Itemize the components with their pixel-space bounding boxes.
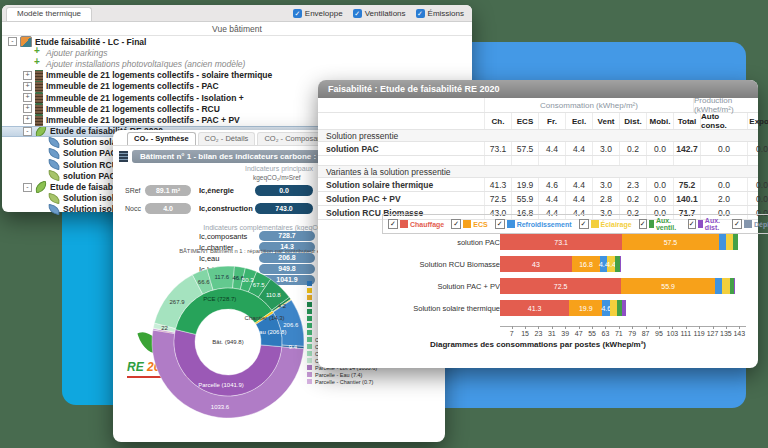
table-row: Solution PAC + PV72.555.94.44.42.80.20.0… — [318, 192, 758, 206]
legend-color-swatch — [698, 220, 703, 228]
checkbox-label: Enveloppe — [305, 9, 343, 18]
x-axis-line — [500, 326, 746, 327]
legend-checkbox[interactable]: ✓ — [688, 219, 696, 229]
building-icon — [35, 70, 43, 81]
tree-item-label: Immeuble de 21 logements collectifs - so… — [46, 70, 272, 80]
consommation-group-header: Consommation (kWhep/m²) — [484, 98, 693, 112]
solution-row-label[interactable]: Solution solaire thermique — [318, 178, 484, 191]
column-header: Total — [673, 113, 700, 129]
bar-category-label: Solution PAC + PV — [437, 282, 500, 291]
legend-item-refroidissement[interactable]: ✓Refroidissement — [495, 219, 572, 229]
value-cell: 0.2 — [619, 192, 646, 205]
value-cell: 4.4 — [565, 142, 592, 155]
legend-item-aux-dist-[interactable]: ✓Aux. dist. — [688, 217, 725, 231]
tree-expander[interactable]: + — [23, 104, 32, 113]
column-header: Fr. — [538, 113, 565, 129]
production-group-header: Production (kWhef/m²) — [693, 98, 768, 112]
legend-checkbox[interactable]: ✓ — [732, 219, 742, 229]
checkbox-enveloppe[interactable]: ✓Enveloppe — [293, 9, 343, 18]
tab-co-d-tails[interactable]: CO₂ - Détails — [198, 132, 256, 145]
column-header: Export — [747, 113, 768, 129]
tree-item[interactable]: Ajouter installations photovoltaïques (a… — [2, 58, 472, 69]
tree-item[interactable]: -Etude faisabilité - LC - Final — [2, 36, 472, 47]
nocc-label: Nocc — [125, 205, 141, 212]
column-header: Auto conso. — [700, 113, 747, 129]
legend-color-swatch — [307, 288, 312, 293]
table-row: solution PAC73.157.54.44.43.00.20.0142.7… — [318, 142, 758, 156]
legend-checkbox[interactable]: ✓ — [639, 219, 647, 229]
tree-spacer — [38, 161, 45, 168]
checkbox-ventilations[interactable]: ✓Ventilations — [353, 9, 406, 18]
donut-segment-label: 267.9 — [169, 299, 184, 305]
tree-expander[interactable]: + — [23, 93, 32, 102]
legend-checkbox[interactable]: ✓ — [451, 219, 461, 229]
value-cell: 140.1 — [673, 192, 700, 205]
axis-tick-label: 63 — [602, 330, 610, 337]
donut-segment-label: 50.3 — [242, 277, 254, 283]
column-header: Dist. — [619, 113, 646, 129]
axis-tick-label: 103 — [667, 330, 679, 337]
legend-color-swatch — [307, 358, 312, 363]
table-row — [318, 156, 758, 166]
bar-category-label: Solution solaire thermique — [413, 304, 500, 313]
legend-item-chauffage[interactable]: ✓Chauffage — [388, 219, 444, 229]
legend-item-aux-ventil-[interactable]: ✓Aux. ventil. — [639, 217, 681, 231]
faisabilite-title: Faisabilité : Etude de faisabilité RE 20… — [318, 80, 758, 98]
axis-tick-label: 47 — [575, 330, 583, 337]
tree-expander[interactable]: + — [23, 82, 32, 91]
table-row: Variantes à la solution pressentie — [318, 166, 758, 178]
axis-tick-label: 95 — [655, 330, 663, 337]
building-icon — [35, 92, 43, 103]
tree-item[interactable]: Ajouter parkings — [2, 47, 472, 58]
axis-tick-mark — [525, 326, 526, 329]
row-spacer — [318, 113, 484, 129]
axis-tick-label: 23 — [535, 330, 543, 337]
legend-item--clairage[interactable]: ✓Éclairage — [579, 219, 632, 229]
solution-row-label[interactable]: solution PAC — [318, 142, 484, 155]
solution-row-label[interactable]: Solution PAC + PV — [318, 192, 484, 205]
checkbox-label: Émissions — [428, 9, 464, 18]
legend-label: Dépl. — [754, 221, 768, 228]
column-header: Ch. — [484, 113, 511, 129]
blank-cell — [646, 156, 673, 165]
tree-item-label: Etude faisabilité - LC - Final — [35, 37, 146, 47]
tree-expander[interactable]: + — [23, 115, 32, 124]
row-spacer — [318, 98, 484, 112]
legend-label: Parcelle - Eau (7.4) — [315, 372, 362, 378]
bar-category-label: Solution RCU Biomasse — [420, 260, 500, 269]
legend-color-swatch — [307, 281, 312, 286]
tab-co-synth-se[interactable]: CO₂ - Synthèse — [127, 132, 196, 145]
legend-color-swatch — [649, 220, 654, 228]
building-icon — [119, 151, 128, 162]
bar-value-label: 55.9 — [661, 283, 675, 290]
legend-item-d-pl-[interactable]: ✓Dépl. — [732, 219, 768, 229]
legend-color-swatch — [307, 309, 312, 314]
leafb-icon — [47, 204, 60, 215]
tree-expander[interactable]: - — [23, 183, 32, 192]
tree-expander[interactable]: - — [8, 37, 17, 46]
tree-expander[interactable]: - — [23, 127, 32, 136]
legend-checkbox[interactable]: ✓ — [388, 219, 398, 229]
axis-tick-label: 119 — [694, 330, 705, 337]
bar-value-label: 73.1 — [554, 239, 568, 246]
value-cell: 0.0 — [747, 192, 768, 205]
bar-segment — [726, 234, 733, 250]
tab-modele-thermique[interactable]: Modèle thermique — [6, 7, 92, 21]
value-cell: 0.0 — [646, 142, 673, 155]
legend-color-swatch — [307, 372, 312, 377]
legend-checkbox[interactable]: ✓ — [579, 219, 589, 229]
donut-segment-label: Eau (206.8) — [255, 329, 286, 335]
legend-checkbox[interactable]: ✓ — [495, 219, 505, 229]
bar-segment — [722, 278, 729, 294]
legend-color-swatch — [307, 337, 312, 342]
checkbox-émissions[interactable]: ✓Émissions — [416, 9, 464, 18]
tree-spacer — [38, 206, 45, 213]
tree-item-label: Immeuble de 21 logements collectifs - Is… — [46, 93, 244, 103]
indicator-value: 0.0 — [255, 185, 313, 196]
value-cell: 73.1 — [484, 142, 511, 155]
indicator-value: 743.0 — [255, 203, 313, 214]
tree-expander[interactable]: + — [23, 71, 32, 80]
legend-item-ecs[interactable]: ✓ECS — [451, 219, 487, 229]
bar-value-label: 43 — [532, 261, 540, 268]
donut-segment-label: 9.4 — [289, 344, 297, 350]
